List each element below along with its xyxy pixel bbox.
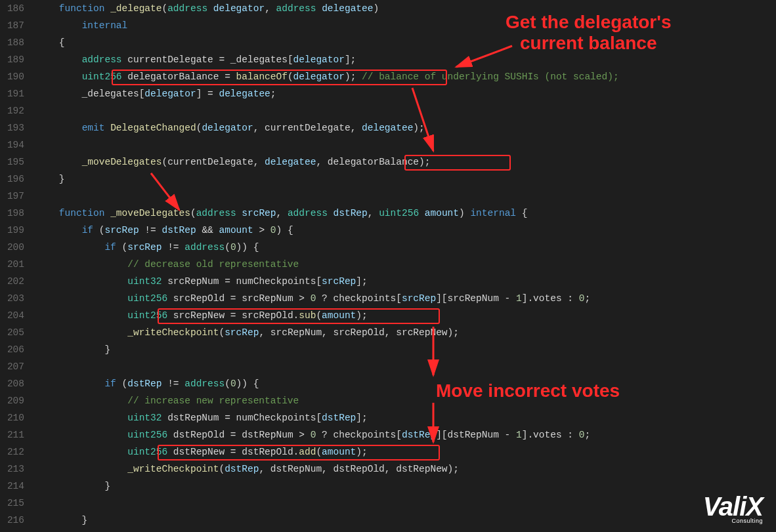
code-token: ]; xyxy=(356,276,367,287)
code-line[interactable]: uint256 srcRepNew = srcRepOld.sub(amount… xyxy=(36,307,776,324)
code-line[interactable]: emit DelegateChanged(delegator, currentD… xyxy=(36,119,776,136)
code-line[interactable] xyxy=(36,136,776,153)
code-token: } xyxy=(36,174,65,184)
code-token: _delegate xyxy=(110,3,162,14)
code-line[interactable]: function _delegate(address delegator, ad… xyxy=(36,0,776,17)
line-number: 204 xyxy=(0,307,24,324)
code-token: )) { xyxy=(236,379,259,389)
code-line[interactable]: // decrease old representative xyxy=(36,256,776,273)
code-token: ].votes : xyxy=(522,430,579,440)
line-number: 188 xyxy=(0,34,24,51)
code-line[interactable]: // increase new representative xyxy=(36,392,776,409)
code-token: // balance of underlying SUSHIs (not sca… xyxy=(362,72,619,82)
code-token xyxy=(36,259,127,270)
code-token: 1 xyxy=(516,430,522,440)
line-number: 193 xyxy=(0,119,24,136)
code-token: _writeCheckpoint xyxy=(127,464,219,474)
code-token: , xyxy=(265,3,276,14)
code-token: uint256 xyxy=(82,72,122,82)
code-token: srcRepNew = srcRepOld. xyxy=(167,310,299,321)
code-token: address xyxy=(288,208,328,218)
code-token xyxy=(36,447,127,457)
code-token: ( xyxy=(225,379,230,389)
code-line[interactable]: if (dstRep != address(0)) { xyxy=(36,375,776,392)
code-token: delegatee xyxy=(362,123,413,133)
code-token xyxy=(104,3,110,14)
code-token xyxy=(36,20,82,31)
code-line[interactable]: uint32 dstRepNum = numCheckpoints[dstRep… xyxy=(36,409,776,426)
code-token: delegator xyxy=(213,3,265,14)
line-number: 203 xyxy=(0,290,24,307)
line-number: 216 xyxy=(0,512,24,529)
code-token: address xyxy=(167,3,207,14)
line-number: 190 xyxy=(0,68,24,85)
code-token xyxy=(36,413,127,423)
code-token: add xyxy=(299,447,316,457)
line-number: 215 xyxy=(0,495,24,512)
code-token: ][dstRepNum - xyxy=(436,430,516,440)
code-token: , dstRepNum, dstRepOld, dstRepNew); xyxy=(259,464,459,474)
code-token: balanceOf xyxy=(236,72,288,82)
code-token: } xyxy=(36,344,110,355)
code-token: srcRepOld = srcRepNum > xyxy=(167,293,311,304)
code-line[interactable]: uint32 srcRepNum = numCheckpoints[srcRep… xyxy=(36,273,776,290)
line-number: 199 xyxy=(0,222,24,239)
code-token: dstRep xyxy=(162,225,196,235)
line-number: 196 xyxy=(0,171,24,188)
code-token: dstRepNum = numCheckpoints[ xyxy=(162,413,322,423)
code-token: _delegates[ xyxy=(36,89,144,99)
code-line[interactable]: if (srcRep != dstRep && amount > 0) { xyxy=(36,222,776,239)
code-editor: 1861871881891901911921931941951961971981… xyxy=(0,0,776,532)
code-line[interactable]: internal xyxy=(36,17,776,34)
code-line[interactable]: { xyxy=(36,34,776,51)
code-token xyxy=(236,208,242,218)
code-token: != xyxy=(162,242,184,253)
code-token: (currentDelegate, xyxy=(162,157,265,167)
code-token: } xyxy=(36,481,110,491)
code-line[interactable] xyxy=(36,102,776,119)
line-number: 205 xyxy=(0,324,24,341)
code-token xyxy=(36,54,82,65)
code-line[interactable]: _writeCheckpoint(dstRep, dstRepNum, dstR… xyxy=(36,460,776,478)
code-line[interactable]: uint256 dstRepNew = dstRepOld.add(amount… xyxy=(36,443,776,460)
code-token: amount xyxy=(322,447,356,457)
code-token: , delegatorBalance); xyxy=(316,157,430,167)
code-line[interactable]: function _moveDelegates(address srcRep, … xyxy=(36,205,776,222)
code-token xyxy=(36,396,127,406)
code-line[interactable]: } xyxy=(36,478,776,495)
code-token: function xyxy=(59,208,105,218)
code-token xyxy=(104,208,110,218)
code-line[interactable]: uint256 srcRepOld = srcRepNum > 0 ? chec… xyxy=(36,290,776,307)
code-token: ][srcRepNum - xyxy=(436,293,516,304)
code-token: )) { xyxy=(236,242,259,253)
code-token: address xyxy=(184,379,225,389)
code-token: } xyxy=(36,515,87,525)
code-line[interactable] xyxy=(36,188,776,205)
code-token: , currentDelegate, xyxy=(253,123,362,133)
code-token: uint256 xyxy=(127,430,167,440)
code-line[interactable] xyxy=(36,358,776,375)
code-line[interactable] xyxy=(36,495,776,512)
line-number: 212 xyxy=(0,443,24,460)
code-token: dstRepOld = dstRepNum > xyxy=(167,430,311,440)
code-line[interactable]: _delegates[delegator] = delegatee; xyxy=(36,85,776,102)
line-number: 211 xyxy=(0,426,24,443)
code-line[interactable]: } xyxy=(36,341,776,358)
code-line[interactable]: } xyxy=(36,171,776,188)
line-number: 210 xyxy=(0,409,24,426)
code-line[interactable]: uint256 delegatorBalance = balanceOf(del… xyxy=(36,68,776,85)
code-token: ? checkpoints[ xyxy=(316,293,402,304)
code-token: srcRep xyxy=(225,327,259,338)
code-line[interactable]: uint256 dstRepOld = dstRepNum > 0 ? chec… xyxy=(36,426,776,443)
code-area[interactable]: function _delegate(address delegator, ad… xyxy=(36,0,776,532)
code-token: ( xyxy=(219,327,225,338)
line-number-gutter: 1861871881891901911921931941951961971981… xyxy=(0,0,36,532)
code-token: ( xyxy=(219,464,225,474)
code-token xyxy=(207,3,213,14)
code-line[interactable]: } xyxy=(36,512,776,529)
code-line[interactable]: _moveDelegates(currentDelegate, delegate… xyxy=(36,153,776,171)
code-line[interactable]: if (srcRep != address(0)) { xyxy=(36,239,776,256)
code-token: uint32 xyxy=(127,413,162,423)
code-line[interactable]: address currentDelegate = _delegates[del… xyxy=(36,51,776,68)
code-line[interactable]: _writeCheckpoint(srcRep, srcRepNum, srcR… xyxy=(36,324,776,341)
